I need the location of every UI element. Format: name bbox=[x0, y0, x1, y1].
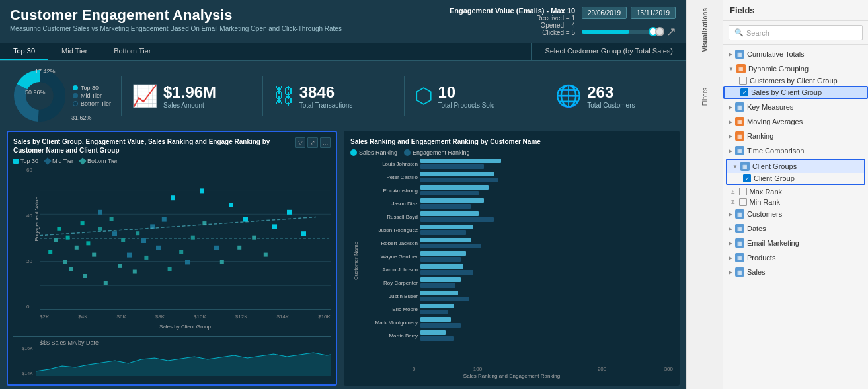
pct-label-2: 50.96% bbox=[25, 89, 46, 96]
scatter-legend: Top 30 Mid Tier Bottom Tier bbox=[13, 158, 331, 164]
ranking-legend: Sales Ranking Engagement Ranking bbox=[350, 149, 673, 156]
svg-rect-52 bbox=[252, 236, 256, 240]
scatter-y-ticks: 6040200 bbox=[26, 167, 32, 310]
field-group-customers-header[interactable]: ▶ ▦ Customers bbox=[723, 207, 868, 221]
field-icon-tc: ▦ bbox=[735, 146, 744, 155]
moving-averages-label: Moving Averages bbox=[747, 118, 863, 125]
engagement-clicked: Clicked = 5 bbox=[450, 29, 575, 36]
min-rank-label: Min Rank bbox=[750, 198, 780, 206]
customers-by-group-label: Customers by Client Group bbox=[750, 77, 838, 85]
field-group-products-header[interactable]: ▶ ▦ Products bbox=[723, 251, 868, 264]
scatter-chart-title: Sales by Client Group, Engagement Value,… bbox=[13, 137, 331, 155]
field-icon-products: ▦ bbox=[735, 253, 744, 262]
svg-rect-53 bbox=[264, 253, 268, 257]
tab-top30[interactable]: Top 30 bbox=[0, 43, 48, 60]
field-group-ranking-header[interactable]: ▶ ▦ Ranking bbox=[723, 129, 868, 143]
more-tool-button[interactable]: … bbox=[320, 137, 331, 148]
ranking-row-roy: Roy Carpenter bbox=[362, 277, 673, 288]
chevron-right-icon-tc: ▶ bbox=[729, 148, 732, 154]
tab-midtier[interactable]: Mid Tier bbox=[48, 43, 100, 60]
svg-rect-41 bbox=[98, 227, 102, 231]
ranking-row-justin-r: Justin Rodriguez bbox=[362, 225, 673, 235]
field-group-sales: ▶ ▦ Sales bbox=[723, 265, 868, 279]
field-icon-sales: ▦ bbox=[735, 267, 744, 277]
engagement-slider-row: ↗ bbox=[582, 24, 676, 39]
field-icon-ma: ▦ bbox=[735, 117, 744, 126]
field-group-time-comparison-header[interactable]: ▶ ▦ Time Comparison bbox=[723, 144, 868, 157]
chevron-right-icon-prod: ▶ bbox=[729, 255, 732, 261]
ranking-row-martin: Martin Berry bbox=[362, 330, 673, 341]
date-end-button[interactable]: 15/11/2019 bbox=[631, 7, 676, 19]
search-placeholder: Search bbox=[746, 29, 769, 37]
svg-rect-20 bbox=[127, 253, 132, 258]
field-cb-customers-by-group[interactable] bbox=[739, 77, 747, 85]
ranking-row-jason: Jason Diaz bbox=[362, 198, 673, 209]
svg-rect-14 bbox=[243, 217, 248, 222]
pct-label-3: 31.62% bbox=[71, 114, 92, 121]
field-group-dynamic-header[interactable]: ▼ ▦ Dynamic Grouping bbox=[723, 62, 868, 75]
svg-rect-47 bbox=[179, 250, 183, 254]
field-group-moving-avg-header[interactable]: ▶ ▦ Moving Averages bbox=[723, 115, 868, 128]
chevron-right-icon-dates: ▶ bbox=[729, 226, 732, 232]
chevron-down-icon-dynamic: ▼ bbox=[729, 66, 734, 72]
field-group-sales-header[interactable]: ▶ ▦ Sales bbox=[723, 265, 868, 279]
field-group-email-header[interactable]: ▶ ▦ Email Marketing bbox=[723, 236, 868, 250]
bottom-chart-svg bbox=[36, 346, 331, 376]
date-range: 29/06/2019 15/11/2019 bbox=[582, 7, 676, 19]
field-cb-client-group[interactable] bbox=[743, 174, 751, 182]
svg-rect-37 bbox=[81, 221, 85, 225]
field-item-customers-by-group[interactable]: Customers by Client Group bbox=[723, 75, 868, 86]
ranking-row-aaron: Aaron Johnson bbox=[362, 264, 673, 275]
scatter-legend-bottomtier: Bottom Tier bbox=[80, 158, 118, 164]
field-cb-max-rank[interactable] bbox=[739, 188, 747, 195]
ranking-y-label: Customer Name bbox=[350, 159, 362, 363]
field-item-client-group[interactable]: Client Group bbox=[727, 173, 864, 184]
field-group-client-groups-header[interactable]: ▼ ▦ Client Groups bbox=[727, 160, 864, 173]
svg-rect-43 bbox=[121, 238, 125, 242]
svg-rect-51 bbox=[237, 246, 241, 250]
tab-select-group[interactable]: Select Customer Group (by Total Sales) bbox=[531, 43, 686, 60]
filters-toggle[interactable]: Filters bbox=[699, 85, 711, 108]
kpi-customers-value: 263 bbox=[587, 83, 635, 102]
field-cb-sales-by-group[interactable] bbox=[740, 88, 748, 96]
svg-rect-45 bbox=[144, 256, 148, 260]
chevron-right-icon-cust: ▶ bbox=[729, 211, 732, 217]
kpi-products-icon: ⬡ bbox=[414, 83, 433, 108]
svg-rect-19 bbox=[112, 231, 117, 236]
field-cb-min-rank[interactable] bbox=[739, 198, 747, 206]
svg-marker-55 bbox=[36, 351, 331, 376]
field-group-dates-header[interactable]: ▶ ▦ Dates bbox=[723, 222, 868, 235]
scatter-legend-midtier: Mid Tier bbox=[45, 158, 73, 164]
sigma-icon-max: Σ bbox=[731, 188, 735, 195]
field-icon-cumulative: ▦ bbox=[735, 50, 744, 59]
field-item-max-rank[interactable]: Σ Max Rank bbox=[723, 186, 868, 197]
visualizations-toggle[interactable]: Visualizations bbox=[699, 5, 711, 55]
dashboard: Customer Engagement Analysis Measuring C… bbox=[0, 0, 686, 389]
fields-search-box[interactable]: 🔍 Search bbox=[729, 25, 863, 40]
date-start-button[interactable]: 29/06/2019 bbox=[582, 7, 627, 19]
ranking-chart-box: Sales Ranking and Engagement Ranking by … bbox=[344, 131, 680, 386]
sales-by-group-label: Sales by Client Group bbox=[751, 88, 822, 96]
products-label: Products bbox=[747, 254, 863, 262]
svg-rect-32 bbox=[92, 253, 96, 257]
kpi-sales-icon: 📈 bbox=[132, 83, 158, 108]
tab-bottomtier[interactable]: Bottom Tier bbox=[100, 43, 164, 60]
svg-rect-27 bbox=[54, 238, 58, 242]
svg-rect-15 bbox=[272, 224, 277, 229]
client-group-label: Client Group bbox=[754, 174, 795, 182]
filter-tool-button[interactable]: ▽ bbox=[295, 137, 305, 148]
expand-tool-button[interactable]: ⤢ bbox=[307, 137, 318, 148]
ranking-row-mark: Mark Montgomery bbox=[362, 317, 673, 328]
y-axis-label: Engagement Value bbox=[34, 197, 40, 241]
bottom-preview: $$$ Sales MA by Date $16K$14K bbox=[13, 336, 331, 379]
field-item-sales-by-group[interactable]: Sales by Client Group bbox=[723, 86, 868, 99]
field-group-key-measures-header[interactable]: ▶ ▦ Key Measures bbox=[723, 100, 868, 114]
svg-rect-21 bbox=[141, 238, 146, 243]
header-right: Engagement Value (Emails) - Max 10 Recei… bbox=[450, 7, 676, 39]
engagement-slider[interactable] bbox=[582, 30, 661, 34]
fields-panel: Fields 🔍 Search ▶ ▦ Cumulative Totals ▼ … bbox=[723, 0, 868, 389]
field-item-min-rank[interactable]: Σ Min Rank bbox=[723, 197, 868, 207]
svg-rect-46 bbox=[168, 267, 172, 271]
donut-legend-top30: Top 30 bbox=[73, 85, 111, 91]
field-group-cumulative-header[interactable]: ▶ ▦ Cumulative Totals bbox=[723, 48, 868, 61]
